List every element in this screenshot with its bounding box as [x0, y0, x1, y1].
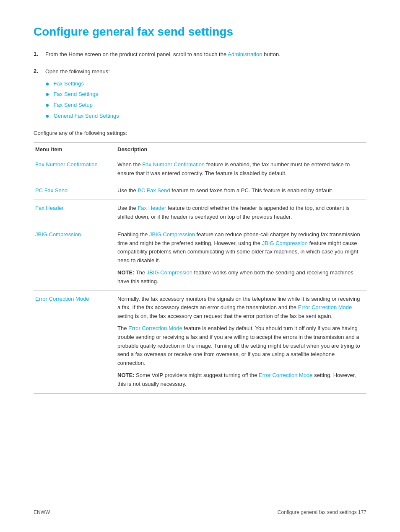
list-item: ● Fax Send Setup — [45, 101, 366, 110]
step-1-text: From the Home screen on the product cont… — [45, 50, 366, 59]
jbig-compression-link-3[interactable]: JBIG Compression — [147, 269, 192, 276]
step-2-text: Open the following menus: — [45, 67, 366, 76]
desc-pc-fax-send: Use the PC Fax Send feature to send faxe… — [117, 182, 366, 200]
bullet-dot: ● — [45, 80, 49, 88]
jbig-compression-link-1[interactable]: JBIG Compression — [149, 231, 195, 238]
error-correction-mode-link-1[interactable]: Error Correction Mode — [298, 304, 352, 310]
menu-list: ● Fax Settings ● Fax Send Settings ● Fax… — [45, 80, 366, 121]
menu-item-jbig-compression: JBIG Compression — [34, 226, 117, 290]
error-correction-mode-link-2[interactable]: Error Correction Mode — [128, 325, 182, 331]
step-2-number: 2. — [34, 68, 45, 74]
menu-item-pc-fax-send: PC Fax Send — [34, 182, 117, 200]
step-2-content: Open the following menus: ● Fax Settings… — [45, 67, 366, 124]
table-row: JBIG Compression Enabling the JBIG Compr… — [34, 226, 366, 290]
footer: ENWW Configure general fax send settings… — [34, 509, 366, 515]
desc-fax-number-confirmation: When the Fax Number Confirmation feature… — [117, 156, 366, 182]
col-header-description: Description — [117, 142, 366, 156]
table-header-row: Menu item Description — [34, 142, 366, 156]
fax-header-link[interactable]: Fax Header — [138, 205, 166, 211]
footer-left: ENWW — [34, 509, 50, 515]
note-label: NOTE: — [117, 269, 134, 276]
bullet-dot: ● — [45, 101, 49, 110]
general-fax-send-settings-link[interactable]: General Fax Send Settings — [54, 112, 119, 121]
table-row: PC Fax Send Use the PC Fax Send feature … — [34, 182, 366, 200]
menu-item-fax-number-confirmation: Fax Number Confirmation — [34, 156, 117, 182]
fax-number-confirmation-link[interactable]: Fax Number Confirmation — [142, 161, 205, 168]
fax-send-setup-link[interactable]: Fax Send Setup — [54, 101, 93, 110]
list-item: ● Fax Settings — [45, 80, 366, 88]
settings-table: Menu item Description Fax Number Confirm… — [34, 142, 366, 394]
step-1-content: From the Home screen on the product cont… — [45, 50, 366, 62]
table-row: Error Correction Mode Normally, the fax … — [34, 290, 366, 393]
step-2: 2. Open the following menus: ● Fax Setti… — [34, 67, 366, 124]
jbig-compression-link-2[interactable]: JBIG Compression — [262, 240, 308, 246]
step-1: 1. From the Home screen on the product c… — [34, 50, 366, 62]
pc-fax-send-link[interactable]: PC Fax Send — [138, 187, 170, 194]
desc-fax-header: Use the Fax Header feature to control wh… — [117, 200, 366, 226]
step-1-number: 1. — [34, 51, 45, 57]
configure-text: Configure any of the following settings: — [34, 130, 366, 136]
col-header-menu-item: Menu item — [34, 142, 117, 156]
list-item: ● General Fax Send Settings — [45, 112, 366, 121]
desc-jbig-compression: Enabling the JBIG Compression feature ca… — [117, 226, 366, 290]
menu-item-error-correction-mode: Error Correction Mode — [34, 290, 117, 393]
table-row: Fax Header Use the Fax Header feature to… — [34, 200, 366, 226]
bullet-dot: ● — [45, 112, 49, 121]
error-correction-mode-link-3[interactable]: Error Correction Mode — [259, 372, 313, 378]
list-item: ● Fax Send Settings — [45, 90, 366, 99]
note-label-2: NOTE: — [117, 372, 134, 378]
fax-send-settings-link[interactable]: Fax Send Settings — [54, 90, 98, 99]
page-title: Configure general fax send settings — [34, 25, 366, 39]
fax-settings-link[interactable]: Fax Settings — [54, 80, 84, 88]
desc-error-correction-mode: Normally, the fax accessory monitors the… — [117, 290, 366, 393]
administration-link[interactable]: Administration — [228, 51, 262, 57]
bullet-dot: ● — [45, 90, 49, 99]
table-row: Fax Number Confirmation When the Fax Num… — [34, 156, 366, 182]
menu-item-fax-header: Fax Header — [34, 200, 117, 226]
footer-right: Configure general fax send settings 177 — [278, 509, 366, 515]
